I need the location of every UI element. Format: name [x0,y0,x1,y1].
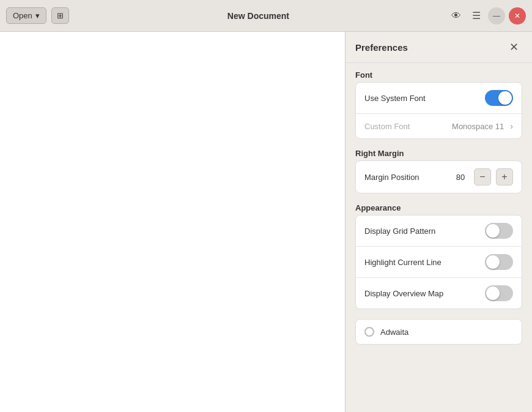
adwaita-radio[interactable] [364,327,374,337]
font-card: Use System Font Custom Font Monospace 11… [355,82,522,139]
preferences-panel: Preferences ✕ Font Use System Font Custo… [345,32,532,412]
eye-button[interactable]: 👁 [448,8,465,24]
margin-stepper: 80 − + [452,168,513,185]
display-overview-map-label: Display Overview Map [364,289,443,298]
display-grid-pattern-label: Display Grid Pattern [364,227,435,236]
margin-value: 80 [452,173,469,182]
close-button[interactable]: ✕ [509,7,526,24]
font-section: Font Use System Font Custom Font Monospa… [355,70,522,139]
titlebar: Open ▾ ⊞ New Document 👁 ☰ — ✕ [0,0,532,32]
titlebar-right: 👁 ☰ — ✕ [448,7,526,24]
margin-decrease-button[interactable]: − [474,168,491,185]
display-grid-pattern-row: Display Grid Pattern [356,215,522,247]
main-area: Preferences ✕ Font Use System Font Custo… [0,32,532,412]
adwaita-label: Adwaita [380,328,408,337]
prefs-body: Font Use System Font Custom Font Monospa… [345,63,532,352]
chevron-right-icon: › [510,121,513,131]
adwaita-theme-row[interactable]: Adwaita [356,320,522,344]
highlight-current-line-row: Highlight Current Line [356,247,522,278]
display-overview-map-toggle[interactable] [485,285,513,301]
custom-font-row: Custom Font Monospace 11 › [356,114,522,138]
custom-font-label: Custom Font [364,122,410,131]
prefs-title: Preferences [355,42,408,53]
custom-font-right[interactable]: Monospace 11 › [452,121,513,131]
open-label: Open [13,11,32,20]
new-tab-button[interactable]: ⊞ [51,7,69,24]
custom-font-value: Monospace 11 [452,122,504,131]
appearance-card: Display Grid Pattern Highlight Current L… [355,215,522,309]
open-dropdown-icon: ▾ [35,11,40,20]
eye-icon: 👁 [451,10,461,21]
prefs-header: Preferences ✕ [345,32,532,63]
appearance-section-label: Appearance [355,203,522,212]
titlebar-left: Open ▾ ⊞ [6,7,69,24]
prefs-close-button[interactable]: ✕ [506,39,522,55]
use-system-font-toggle[interactable] [485,90,513,106]
close-icon: ✕ [514,12,520,20]
highlight-current-line-label: Highlight Current Line [364,258,441,267]
margin-increase-button[interactable]: + [496,168,513,185]
display-overview-map-row: Display Overview Map [356,278,522,309]
minimize-icon: — [493,12,500,20]
hamburger-icon: ☰ [472,10,481,21]
right-margin-card: Margin Position 80 − + [355,160,522,193]
display-grid-pattern-toggle[interactable] [485,223,513,239]
title-text: New Document [227,11,289,21]
open-button[interactable]: Open ▾ [6,7,46,24]
use-system-font-label: Use System Font [364,94,426,103]
use-system-font-row: Use System Font [356,83,522,114]
minimize-button[interactable]: — [488,7,505,24]
window-title: New Document [69,11,448,21]
right-margin-section: Right Margin Margin Position 80 − + [355,149,522,193]
hamburger-button[interactable]: ☰ [468,7,484,24]
margin-position-row: Margin Position 80 − + [356,161,522,193]
right-margin-section-label: Right Margin [355,149,522,158]
new-tab-icon: ⊞ [57,11,64,20]
font-section-label: Font [355,70,522,80]
margin-position-label: Margin Position [364,173,419,182]
editor-area[interactable] [0,32,345,412]
theme-card: Adwaita [355,319,522,345]
highlight-current-line-toggle[interactable] [485,254,513,270]
appearance-section: Appearance Display Grid Pattern Highligh… [355,203,522,309]
